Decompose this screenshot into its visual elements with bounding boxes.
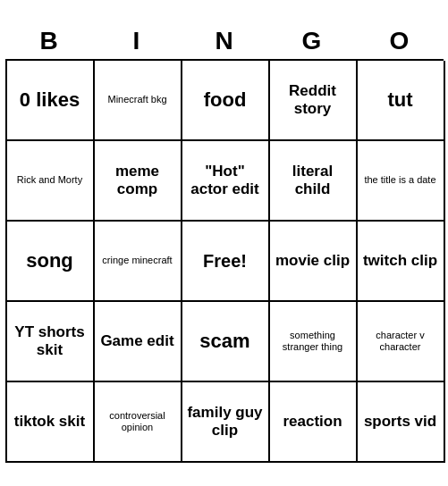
cell-2-0[interactable]: song bbox=[7, 222, 95, 302]
cell-2-3[interactable]: movie clip bbox=[270, 222, 358, 302]
cell-4-1[interactable]: controversial opinion bbox=[95, 382, 182, 463]
cell-4-3[interactable]: reaction bbox=[270, 382, 358, 463]
cell-4-0[interactable]: tiktok skit bbox=[7, 382, 95, 463]
cell-0-2[interactable]: food bbox=[182, 61, 270, 141]
cell-1-4[interactable]: the title is a date bbox=[358, 141, 445, 222]
cell-1-0[interactable]: Rick and Morty bbox=[7, 141, 95, 222]
bingo-board: B I N G O 0 likesMinecraft bkgfoodReddit… bbox=[5, 23, 444, 463]
header-o: O bbox=[359, 27, 440, 55]
cell-3-2[interactable]: scam bbox=[182, 302, 270, 382]
header-i: I bbox=[97, 27, 177, 55]
cell-2-2[interactable]: Free! bbox=[182, 222, 270, 302]
cell-2-4[interactable]: twitch clip bbox=[358, 222, 445, 302]
header-n: N bbox=[184, 27, 265, 55]
cell-0-0[interactable]: 0 likes bbox=[7, 61, 95, 141]
cell-2-1[interactable]: cringe minecraft bbox=[95, 222, 182, 302]
cell-4-2[interactable]: family guy clip bbox=[182, 382, 270, 463]
cell-0-1[interactable]: Minecraft bkg bbox=[95, 61, 182, 141]
cell-1-2[interactable]: "Hot" actor edit bbox=[182, 141, 270, 222]
cell-3-4[interactable]: character v character bbox=[358, 302, 445, 382]
bingo-grid: 0 likesMinecraft bkgfoodReddit storytutR… bbox=[5, 59, 444, 463]
header-g: G bbox=[272, 27, 352, 55]
cell-3-0[interactable]: YT shorts skit bbox=[7, 302, 95, 382]
cell-1-3[interactable]: literal child bbox=[270, 141, 358, 222]
bingo-header: B I N G O bbox=[5, 23, 444, 59]
header-b: B bbox=[9, 27, 89, 55]
cell-3-3[interactable]: something stranger thing bbox=[270, 302, 358, 382]
cell-1-1[interactable]: meme comp bbox=[95, 141, 182, 222]
cell-3-1[interactable]: Game edit bbox=[95, 302, 182, 382]
cell-4-4[interactable]: sports vid bbox=[358, 382, 445, 463]
cell-0-4[interactable]: tut bbox=[358, 61, 445, 141]
cell-0-3[interactable]: Reddit story bbox=[270, 61, 358, 141]
